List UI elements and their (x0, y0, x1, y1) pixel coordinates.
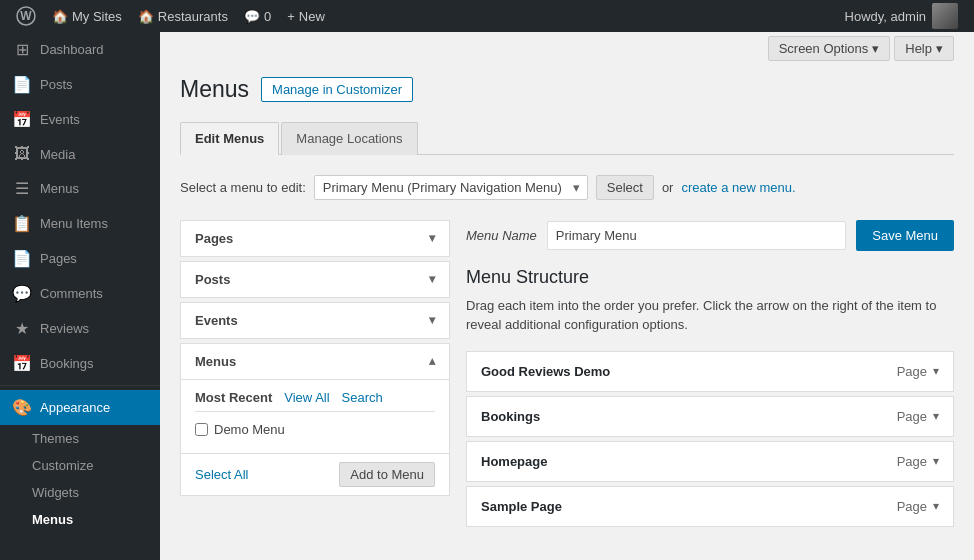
sidebar-item-media[interactable]: 🖼 Media (0, 137, 160, 171)
menus-icon: ☰ (12, 179, 32, 198)
menu-dropdown-wrapper: Primary Menu (Primary Navigation Menu) (314, 175, 588, 200)
select-menu-row: Select a menu to edit: Primary Menu (Pri… (180, 175, 954, 200)
sidebar-subitem-widgets[interactable]: Widgets (0, 479, 160, 506)
menu-item-type: Page ▾ (897, 364, 939, 379)
add-to-menu-button[interactable]: Add to Menu (339, 462, 435, 487)
sidebar-item-events[interactable]: 📅 Events (0, 102, 160, 137)
select-button[interactable]: Select (596, 175, 654, 200)
menu-items-icon: 📋 (12, 214, 32, 233)
accordion-header-menus[interactable]: Menus ▴ (181, 344, 449, 379)
chevron-up-icon: ▴ (429, 354, 435, 368)
menu-item-title: Sample Page (481, 499, 562, 514)
checkbox-demo-menu-row: Demo Menu (195, 422, 435, 437)
tab-search[interactable]: Search (342, 390, 383, 405)
adminbar-restaurants[interactable]: 🏠 Restaurants (130, 0, 236, 32)
tabs: Edit Menus Manage Locations (180, 121, 954, 155)
chevron-down-icon[interactable]: ▾ (933, 409, 939, 423)
tab-edit-menus[interactable]: Edit Menus (180, 122, 279, 155)
chevron-down-icon[interactable]: ▾ (933, 364, 939, 378)
chevron-down-icon: ▾ (429, 231, 435, 245)
accordion-header-events[interactable]: Events ▾ (181, 303, 449, 338)
adminbar-howdy[interactable]: Howdy, admin (837, 3, 966, 29)
menu-columns: Pages ▾ Posts ▾ Events (180, 220, 954, 531)
sidebar-item-menus[interactable]: ☰ Menus (0, 171, 160, 206)
reviews-icon: ★ (12, 319, 32, 338)
menu-dropdown[interactable]: Primary Menu (Primary Navigation Menu) (314, 175, 588, 200)
tab-view-all[interactable]: View All (284, 390, 329, 405)
menu-item-title: Good Reviews Demo (481, 364, 610, 379)
create-new-menu-link[interactable]: create a new menu. (681, 180, 795, 195)
accordion-header-pages[interactable]: Pages ▾ (181, 221, 449, 256)
manage-customizer-button[interactable]: Manage in Customizer (261, 77, 413, 102)
screen-options-button[interactable]: Screen Options ▾ (768, 36, 891, 61)
events-icon: 📅 (12, 110, 32, 129)
accordion-panel-pages: Pages ▾ (180, 220, 450, 257)
avatar (932, 3, 958, 29)
or-text: or (662, 180, 674, 195)
sidebar-item-reviews[interactable]: ★ Reviews (0, 311, 160, 346)
chevron-down-icon: ▾ (429, 272, 435, 286)
sidebar-item-menu-items[interactable]: 📋 Menu Items (0, 206, 160, 241)
menu-item-type: Page ▾ (897, 454, 939, 469)
menu-name-label: Menu Name (466, 228, 537, 243)
sidebar-subitem-themes[interactable]: Themes (0, 425, 160, 452)
menu-structure-title: Menu Structure (466, 267, 954, 288)
restaurants-icon: 🏠 (138, 9, 154, 24)
accordion-panel-posts: Posts ▾ (180, 261, 450, 298)
menu-item-type: Page ▾ (897, 409, 939, 424)
menu-item-sample-page: Sample Page Page ▾ (466, 486, 954, 527)
bookings-icon: 📅 (12, 354, 32, 373)
menu-item-bookings: Bookings Page ▾ (466, 396, 954, 437)
adminbar-mysites[interactable]: 🏠 My Sites (44, 0, 130, 32)
accordion-header-posts[interactable]: Posts ▾ (181, 262, 449, 297)
menu-editor: Menu Name Save Menu Menu Structure Drag … (466, 220, 954, 531)
menu-name-input[interactable] (547, 221, 846, 250)
appearance-icon: 🎨 (12, 398, 32, 417)
menu-name-row: Menu Name Save Menu (466, 220, 954, 251)
posts-icon: 📄 (12, 75, 32, 94)
tab-most-recent[interactable]: Most Recent (195, 390, 272, 405)
menu-item-good-reviews: Good Reviews Demo Page ▾ (466, 351, 954, 392)
accordion-panel-events: Events ▾ (180, 302, 450, 339)
demo-menu-label[interactable]: Demo Menu (214, 422, 285, 437)
sidebar-item-dashboard[interactable]: ⊞ Dashboard (0, 32, 160, 67)
sidebar-item-comments[interactable]: 💬 Comments (0, 276, 160, 311)
sidebar-item-posts[interactable]: 📄 Posts (0, 67, 160, 102)
tab-manage-locations[interactable]: Manage Locations (281, 122, 417, 155)
chevron-down-icon[interactable]: ▾ (933, 499, 939, 513)
plus-icon: + (287, 9, 295, 24)
sidebar-subitem-menus[interactable]: Menus (0, 506, 160, 533)
sidebar-item-appearance[interactable]: 🎨 Appearance (0, 390, 160, 425)
pages-icon: 📄 (12, 249, 32, 268)
menu-item-title: Bookings (481, 409, 540, 424)
sidebar-item-bookings[interactable]: 📅 Bookings (0, 346, 160, 381)
sidebar: ⊞ Dashboard 📄 Posts 📅 Events 🖼 Media ☰ M… (0, 32, 160, 560)
select-all-link[interactable]: Select All (195, 467, 248, 482)
page-title: Menus (180, 75, 249, 105)
help-button[interactable]: Help ▾ (894, 36, 954, 61)
svg-text:W: W (20, 9, 32, 23)
dashboard-icon: ⊞ (12, 40, 32, 59)
page-title-area: Menus Manage in Customizer (180, 75, 954, 105)
sidebar-subitem-customize[interactable]: Customize (0, 452, 160, 479)
save-menu-button[interactable]: Save Menu (856, 220, 954, 251)
home-icon: 🏠 (52, 9, 68, 24)
sidebar-item-pages[interactable]: 📄 Pages (0, 241, 160, 276)
adminbar-comments[interactable]: 💬 0 (236, 0, 279, 32)
chevron-down-icon: ▾ (429, 313, 435, 327)
select-menu-label: Select a menu to edit: (180, 180, 306, 195)
comment-icon: 💬 (244, 9, 260, 24)
wp-logo[interactable]: W (8, 0, 44, 32)
chevron-down-icon: ▾ (872, 41, 879, 56)
media-icon: 🖼 (12, 145, 32, 163)
main-content: Screen Options ▾ Help ▾ Menus Manage in … (160, 32, 974, 560)
menu-item-type: Page ▾ (897, 499, 939, 514)
admin-bar: W 🏠 My Sites 🏠 Restaurants 💬 0 + New How… (0, 0, 974, 32)
chevron-down-icon[interactable]: ▾ (933, 454, 939, 468)
accordion-panel-menus: Menus ▴ Most Recent View All Search (180, 343, 450, 496)
adminbar-new[interactable]: + New (279, 0, 333, 32)
accordion-menus-footer: Select All Add to Menu (181, 453, 449, 495)
demo-menu-checkbox[interactable] (195, 423, 208, 436)
menu-item-title: Homepage (481, 454, 547, 469)
menu-item-homepage: Homepage Page ▾ (466, 441, 954, 482)
